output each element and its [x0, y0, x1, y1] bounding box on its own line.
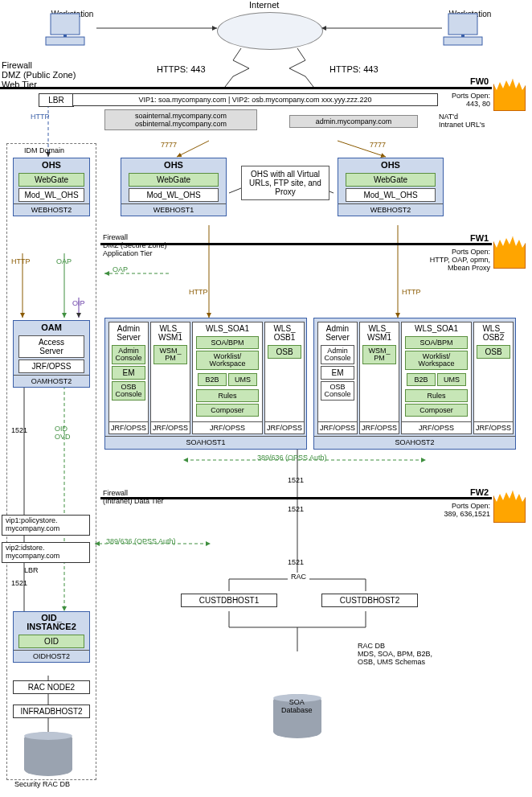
fw1-name: FW1 [470, 233, 489, 243]
vip2-box: vip2:idstore. mycompany.com [2, 542, 90, 563]
admin-console-2: Admin Console [321, 345, 354, 364]
fw1-side-label: Firewall DMZ (Secure Zone) Application T… [103, 233, 167, 257]
admin-hdr-2: Admin Server [318, 322, 357, 343]
infradbhost2: INFRADBHOST2 [13, 705, 90, 718]
http-left-app: HTTP [189, 288, 208, 296]
jrf1: JRF/OPSS [109, 421, 148, 433]
b2b: B2B [198, 373, 227, 386]
internet-cloud-icon [217, 12, 323, 50]
https-right: HTTPS: 443 [329, 64, 379, 74]
vip-row: VIP1: soa.mycompany.com | VIP2: osb.myco… [72, 93, 438, 106]
rules-2: Rules [405, 389, 468, 402]
http-blue-label: HTTP [31, 113, 50, 121]
em-slot: EM [112, 366, 145, 380]
idm-http-label: HTTP [11, 257, 31, 265]
custdbhost1: CUSTDBHOST1 [181, 594, 277, 607]
svg-rect-29 [461, 35, 464, 37]
intranet-right-box: admin.mycompany.com [289, 115, 418, 128]
osb-slot-2: OSB [477, 345, 510, 359]
nat-label: NAT'd Intranet URL's [439, 113, 485, 129]
workstation-label: Workstation [442, 10, 498, 18]
idm-ohs-box: OHS WebGate Mod_WL_OHS WEBHOST2 [13, 158, 90, 216]
osb-console-2: OSB Console [321, 381, 354, 401]
racdb-label: RAC DB MDS, SOA, BPM, B2B, OSB, UMS Sche… [358, 642, 432, 666]
soahost1-label: SOAHOST1 [105, 436, 306, 448]
em-slot-2: EM [321, 366, 354, 380]
fw2-ports: Ports Open: 389, 636,1521 [436, 502, 490, 518]
jrf2: JRF/OPSS [151, 421, 190, 433]
diagram-canvas: Internet Workstation Workstation HTTPS: … [0, 0, 532, 797]
idm-oip-label: OIP [72, 299, 85, 307]
worklist-2: Worklist/ Workspace [405, 351, 468, 370]
ohs-note: OHS with all Virtual URLs, FTP site, and… [241, 166, 329, 200]
jrf4: JRF/OPSS [265, 421, 304, 433]
rac-label: RAC [288, 573, 309, 581]
security-db-label: Security RAC DB [14, 780, 70, 788]
1521-a: 1521 [288, 476, 304, 484]
fw0-side-label: Firewall DMZ (Public Zone) Web Tier [2, 60, 76, 89]
workstation-label: Workstation [44, 10, 100, 18]
wsm-hdr: WLS_ WSM1 [151, 322, 190, 343]
port-7777-left: 7777 [161, 141, 177, 149]
webgate-slot: WebGate [18, 173, 84, 187]
webhost2-label-r: WEBHOST2 [338, 203, 443, 216]
osb-console: OSB Console [112, 381, 145, 401]
webgate-2: WebGate [346, 173, 436, 187]
opss-auth-mid: 389/636 (OPSS Auth) [257, 454, 327, 462]
oam-box: OAM Access Server JRF/OPSS OAMHOST2 [13, 320, 90, 388]
oam-title: OAM [14, 321, 89, 334]
soahost2-label: SOAHOST2 [314, 436, 515, 448]
svg-rect-28 [444, 37, 482, 45]
jrf5: JRF/OPSS [318, 421, 357, 433]
idm-lbr-label: LBR [24, 566, 39, 574]
oid-ovd-label: OID OVD [55, 425, 71, 441]
1521-c: 1521 [288, 558, 304, 566]
worklist: Worklist/ Workspace [196, 351, 259, 370]
wsm-hdr-2: WLS_ WSM1 [360, 322, 399, 343]
fw1-line [100, 243, 492, 245]
fw0-name: FW0 [470, 76, 489, 86]
access-server-slot: Access Server [18, 335, 84, 358]
workstation-left: Workstation [44, 10, 100, 18]
fw0-line [0, 87, 492, 89]
https-left: HTTPS: 443 [157, 64, 206, 74]
admin-hdr: Admin Server [109, 322, 148, 343]
fw2-firewall-icon [493, 491, 526, 523]
fw0-ports: Ports Open: 443, 80 [442, 92, 490, 108]
oid-title: OID_ INSTANCE2 [14, 612, 89, 633]
custdbhost2: CUSTDBHOST2 [321, 594, 418, 607]
webgate-1: WebGate [129, 173, 219, 187]
svg-rect-25 [46, 37, 84, 45]
ohs-title: OHS [14, 158, 89, 171]
idm-oap-label: OAP [56, 257, 72, 265]
rac-node2: RAC NODE2 [13, 680, 90, 694]
oap-arrow-label: OAP [113, 265, 128, 273]
intranet-left-box: soainternal.mycompany.com osbinternal.my… [104, 109, 257, 130]
webhost2-box: OHS WebGate Mod_WL_OHS WEBHOST2 [338, 158, 444, 216]
oidhost2-label: OIDHOST2 [14, 650, 89, 662]
fw2-line [100, 497, 492, 499]
soa-db-label: SOA Database [281, 698, 313, 714]
internet-label: Internet [249, 0, 279, 10]
fw1-ports: Ports Open: HTTP, OAP, opmn, Mbean Proxy [426, 248, 490, 272]
oid-box: OID_ INSTANCE2 OID OIDHOST2 [13, 611, 90, 663]
http-right-app: HTTP [402, 288, 421, 296]
jrf-slot: JRF/OPSS [18, 359, 84, 373]
webhost1-box: OHS WebGate Mod_WL_OHS WEBHOST1 [121, 158, 227, 216]
oamhost2-label: OAMHOST2 [14, 375, 89, 387]
fw0-firewall-icon [493, 79, 526, 111]
jrf8: JRF/OPSS [474, 421, 513, 433]
idm-1521-b: 1521 [11, 579, 27, 587]
jrf7: JRF/OPSS [402, 421, 471, 433]
security-db-icon [24, 732, 72, 776]
jrf3: JRF/OPSS [193, 421, 262, 433]
soa-hdr-2: WLS_SOA1 [402, 322, 471, 335]
webhost1-label: WEBHOST1 [121, 203, 226, 216]
svg-line-2 [177, 141, 209, 157]
ohs-title-2: OHS [338, 158, 443, 171]
jrf6: JRF/OPSS [360, 421, 399, 433]
admin-console: Admin Console [112, 345, 145, 364]
composer-2: Composer [405, 404, 468, 417]
oid-slot: OID [18, 635, 84, 648]
port-7777-right: 7777 [370, 141, 386, 149]
